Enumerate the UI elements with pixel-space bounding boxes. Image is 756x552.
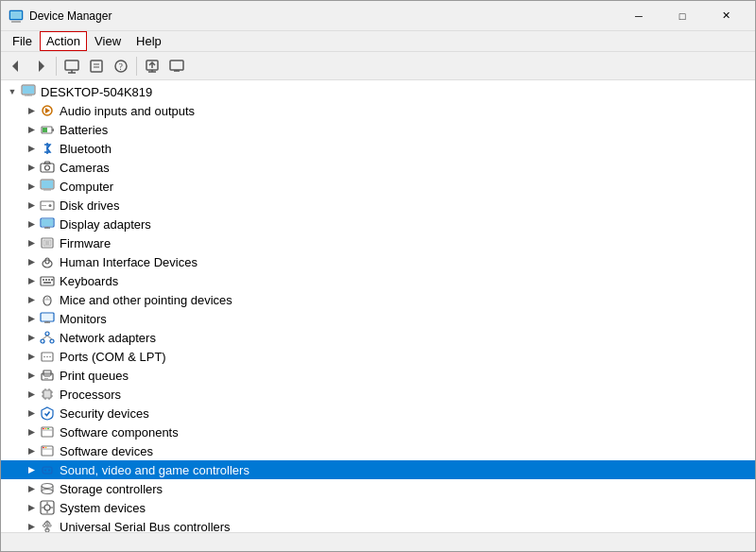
expand-icon: [24, 330, 39, 345]
menu-help[interactable]: Help: [129, 31, 169, 51]
svg-rect-60: [43, 279, 44, 281]
update-driver-button[interactable]: [141, 55, 163, 78]
tree-root-item[interactable]: ▼ DESKTOP-504K819: [1, 82, 755, 101]
window-icon: [9, 9, 24, 24]
device-category-icon: [39, 367, 56, 384]
tree-item[interactable]: Processors: [1, 385, 755, 404]
tree-item[interactable]: Display adapters: [1, 215, 755, 233]
device-category-icon: [39, 102, 56, 119]
device-category-icon: [39, 480, 56, 497]
tree-item[interactable]: Keyboards: [1, 271, 755, 290]
svg-rect-71: [42, 314, 53, 320]
device-category-label: Display adapters: [60, 217, 151, 232]
properties-button[interactable]: [85, 55, 108, 78]
tree-item[interactable]: Mice and other pointing devices: [1, 290, 755, 309]
title-bar-buttons: ─ □ ✕: [617, 1, 747, 31]
tree-item[interactable]: Disk drives: [1, 196, 755, 215]
svg-marker-85: [28, 372, 35, 379]
expand-icon: [24, 519, 39, 532]
svg-rect-21: [23, 86, 34, 94]
device-category-label: Security devices: [60, 406, 149, 421]
tree-item[interactable]: Bluetooth: [1, 139, 755, 158]
tree-item[interactable]: Computer: [1, 177, 755, 196]
device-category-icon: [39, 178, 56, 195]
tree-item[interactable]: Software devices: [1, 441, 755, 460]
svg-marker-36: [44, 162, 50, 164]
back-button[interactable]: [5, 55, 27, 78]
help-button[interactable]: ?: [110, 55, 132, 78]
device-category-label: Processors: [60, 388, 121, 402]
svg-point-35: [45, 165, 50, 170]
device-category-label: Ports (COM & LPT): [60, 350, 166, 364]
device-category-icon: [39, 140, 56, 157]
tree-item[interactable]: Network adapters: [1, 328, 755, 347]
svg-point-76: [41, 339, 44, 343]
tree-item[interactable]: System devices: [1, 498, 755, 517]
svg-marker-69: [28, 316, 35, 322]
svg-marker-33: [28, 164, 35, 171]
tree-item[interactable]: Cameras: [1, 158, 755, 177]
device-tree-content[interactable]: ▼ DESKTOP-504K819 Audio inputs and outpu…: [1, 80, 755, 532]
expand-icon: [24, 387, 39, 402]
tree-item[interactable]: Audio inputs and outputs: [1, 101, 755, 120]
device-category-icon: [39, 197, 56, 214]
tree-item[interactable]: Software components: [1, 423, 755, 441]
tree-item[interactable]: Storage controllers: [1, 479, 755, 498]
svg-point-75: [45, 332, 49, 336]
svg-marker-41: [28, 202, 35, 209]
tree-item[interactable]: Monitors: [1, 309, 755, 328]
tree-item[interactable]: Security devices: [1, 404, 755, 423]
svg-point-106: [45, 428, 47, 430]
tree-item[interactable]: Firmware: [1, 233, 755, 252]
svg-point-119: [42, 484, 53, 489]
window-title: Device Manager: [29, 9, 617, 23]
svg-rect-89: [44, 378, 48, 379]
device-category-icon: [39, 272, 56, 289]
device-category-icon: [39, 386, 56, 403]
device-category-label: Storage controllers: [60, 482, 163, 496]
expand-icon: [24, 273, 39, 288]
expand-icon: [24, 405, 39, 421]
device-category-icon: [39, 121, 56, 138]
svg-rect-135: [48, 525, 51, 526]
expand-icon: [24, 216, 39, 232]
tree-item[interactable]: Ports (COM & LPT): [1, 347, 755, 366]
tree-item[interactable]: Human Interface Devices: [1, 252, 755, 271]
svg-rect-47: [42, 219, 53, 226]
minimize-button[interactable]: ─: [617, 1, 661, 31]
device-category-label: Sound, video and game controllers: [60, 463, 249, 477]
svg-marker-102: [28, 429, 35, 436]
expand-icon: [24, 292, 39, 307]
forward-button[interactable]: [29, 55, 52, 78]
tree-item[interactable]: Batteries: [1, 120, 755, 139]
tree-item[interactable]: Print queues: [1, 366, 755, 385]
close-button[interactable]: ✕: [704, 1, 747, 31]
svg-point-84: [49, 356, 51, 358]
svg-rect-59: [41, 277, 54, 285]
svg-point-112: [45, 447, 47, 449]
svg-rect-2: [10, 11, 22, 19]
menu-file[interactable]: File: [5, 31, 40, 51]
tree-item[interactable]: Sound, video and game controllers: [1, 460, 755, 479]
device-category-icon: [39, 423, 56, 440]
menu-view[interactable]: View: [87, 31, 129, 51]
svg-point-107: [47, 428, 49, 430]
tree-item[interactable]: Universal Serial Bus controllers: [1, 517, 755, 532]
menu-action[interactable]: Action: [40, 31, 87, 51]
svg-marker-55: [28, 259, 35, 266]
expand-icon: [24, 141, 39, 156]
svg-marker-118: [28, 486, 35, 492]
svg-rect-114: [43, 467, 52, 474]
svg-marker-24: [28, 108, 35, 114]
svg-point-77: [50, 339, 54, 343]
svg-rect-88: [44, 376, 50, 377]
svg-marker-4: [39, 60, 44, 72]
show-hide-button[interactable]: [60, 55, 83, 78]
svg-marker-90: [28, 391, 35, 398]
computer-icon-button[interactable]: [165, 55, 188, 78]
svg-rect-92: [44, 391, 50, 397]
svg-marker-74: [28, 335, 35, 341]
svg-rect-5: [65, 60, 78, 70]
maximize-button[interactable]: □: [661, 1, 704, 31]
device-category-label: Audio inputs and outputs: [60, 104, 195, 118]
